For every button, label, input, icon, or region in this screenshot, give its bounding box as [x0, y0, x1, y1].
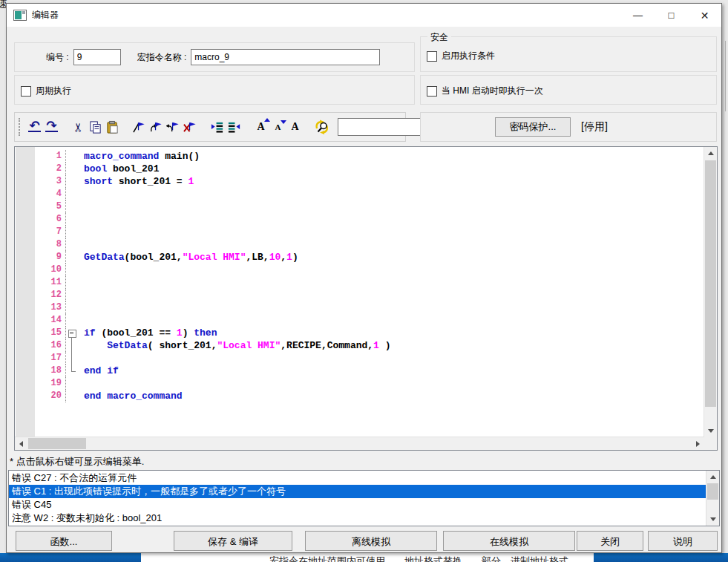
line-number: 10	[35, 264, 66, 276]
code-text	[84, 289, 704, 301]
macro-name-input[interactable]	[191, 49, 380, 65]
code-text: end if	[84, 365, 704, 377]
errors-scroll-down-arrow[interactable]	[706, 513, 719, 526]
line-number: 4	[35, 188, 66, 200]
code-line: 7	[15, 226, 704, 238]
functions-button[interactable]: 函数...	[16, 531, 112, 551]
code-line: 11	[15, 276, 704, 289]
scroll-left-arrow[interactable]	[15, 437, 27, 450]
indent-icon[interactable]	[209, 118, 226, 136]
fold-gutter	[66, 276, 84, 289]
errors-vertical-scrollbar[interactable]	[706, 471, 719, 526]
clear-bookmarks-icon[interactable]	[182, 118, 199, 136]
errors-scroll-thumb[interactable]	[707, 483, 718, 500]
code-text: GetData(bool_201,"Local HMI",LB,10,1)	[84, 251, 704, 264]
code-line: 2bool bool_201	[15, 163, 704, 175]
fold-gutter	[66, 238, 84, 251]
scroll-down-arrow[interactable]	[704, 425, 717, 437]
error-row[interactable]: -3 error(s) 1 warning(s)	[9, 525, 706, 526]
code-text	[84, 188, 704, 200]
scroll-up-arrow[interactable]	[704, 147, 717, 160]
macro-id-label: 编号 :	[46, 51, 69, 64]
line-number: 7	[35, 226, 66, 238]
fold-gutter	[66, 150, 84, 163]
compile-message-list[interactable]: 错误 C27 : 不合法的运算元件错误 C1 : 出现此项错误提示时，一般都是多…	[8, 470, 720, 526]
paste-icon[interactable]	[104, 118, 121, 136]
find-icon[interactable]	[313, 118, 330, 136]
cut-icon[interactable]: ✂	[70, 118, 87, 136]
fold-gutter	[66, 200, 84, 213]
error-row[interactable]: 错误 C45	[9, 498, 706, 512]
fold-gutter	[66, 314, 84, 327]
editor-vertical-scrollbar[interactable]	[704, 147, 717, 437]
copy-icon[interactable]	[87, 118, 104, 136]
outdent-icon[interactable]	[226, 118, 243, 136]
code-text: end macro_command	[84, 390, 704, 402]
minimize-button[interactable]: —	[621, 4, 655, 27]
fold-gutter	[66, 251, 84, 264]
enable-condition-label: 启用执行条件	[442, 50, 495, 62]
fold-gutter	[66, 390, 84, 402]
editor-horizontal-scrollbar[interactable]	[15, 437, 704, 450]
horizontal-scroll-thumb[interactable]	[28, 438, 86, 449]
code-line: 13	[15, 301, 704, 314]
password-protect-button[interactable]: 密码保护...	[495, 117, 571, 137]
code-line: 9GetData(bool_201,"Local HMI",LB,10,1)	[15, 251, 704, 264]
macro-id-input[interactable]	[73, 49, 121, 65]
line-number: 11	[35, 276, 66, 289]
errors-scroll-up-arrow[interactable]	[706, 471, 719, 483]
line-number: 17	[35, 352, 66, 365]
code-text	[84, 213, 704, 226]
code-line: 3short short_201 = 1	[15, 175, 704, 188]
vertical-scroll-thumb[interactable]	[705, 160, 716, 407]
fold-marker	[66, 339, 84, 352]
next-bookmark-icon[interactable]	[148, 118, 165, 136]
code-line: 4	[15, 188, 704, 200]
code-view: 1macro_command main()2bool bool_2013shor…	[15, 147, 704, 437]
security-group-caption: 安全	[427, 31, 451, 44]
line-number: 8	[35, 238, 66, 251]
enable-condition-checkbox[interactable]	[427, 51, 437, 62]
font-decrease-icon[interactable]: A	[269, 118, 286, 136]
background-blue-bar-left	[0, 553, 141, 562]
password-status-label: [停用]	[581, 120, 608, 134]
error-row[interactable]: 注意 W2 : 变数未初始化 : bool_201	[9, 512, 706, 525]
help-button[interactable]: 说明	[648, 531, 718, 551]
code-line: 8	[15, 238, 704, 251]
fold-gutter	[66, 213, 84, 226]
fold-marker[interactable]	[66, 327, 84, 339]
undo-icon[interactable]: ↶	[26, 118, 43, 136]
maximize-button[interactable]: □	[655, 4, 688, 27]
error-row[interactable]: 错误 C27 : 不合法的运算元件	[9, 471, 706, 485]
online-simulation-button[interactable]: 在线模拟	[443, 531, 575, 551]
line-number: 1	[35, 150, 66, 163]
line-number: 3	[35, 175, 66, 188]
toggle-bookmark-icon[interactable]	[131, 118, 148, 136]
font-increase-icon[interactable]: A	[252, 118, 269, 136]
close-button[interactable]: ✕	[688, 4, 721, 27]
save-compile-button[interactable]: 保存 & 编译	[174, 531, 292, 551]
background-window-edge	[725, 41, 726, 111]
run-on-startup-checkbox[interactable]	[427, 86, 437, 97]
toolbar-grip[interactable]	[19, 118, 20, 136]
window-title: 编辑器	[32, 9, 59, 22]
periodic-checkbox[interactable]	[21, 86, 31, 97]
code-editor[interactable]: 1macro_command main()2bool bool_2013shor…	[14, 146, 718, 451]
font-default-icon[interactable]: A	[286, 118, 304, 136]
code-text	[84, 276, 704, 289]
error-row-selected[interactable]: 错误 C1 : 出现此项错误提示时，一般都是多了或者少了一个符号	[9, 485, 706, 498]
offline-simulation-button[interactable]: 离线模拟	[305, 531, 437, 551]
line-number: 6	[35, 213, 66, 226]
macro-name-label: 宏指令名称 :	[137, 51, 187, 64]
redo-icon[interactable]: ↷	[43, 118, 60, 136]
code-text	[84, 352, 704, 365]
scroll-right-arrow[interactable]	[692, 437, 704, 450]
close-editor-button[interactable]: 关闭	[577, 531, 643, 551]
run-on-startup-group: 当 HMI 启动时即执行一次	[420, 75, 717, 105]
code-text	[84, 314, 704, 327]
find-text-input[interactable]	[338, 118, 425, 136]
code-text: short short_201 = 1	[84, 175, 704, 188]
line-number: 18	[35, 365, 66, 377]
prev-bookmark-icon[interactable]	[165, 118, 182, 136]
line-number: 16	[35, 339, 66, 352]
